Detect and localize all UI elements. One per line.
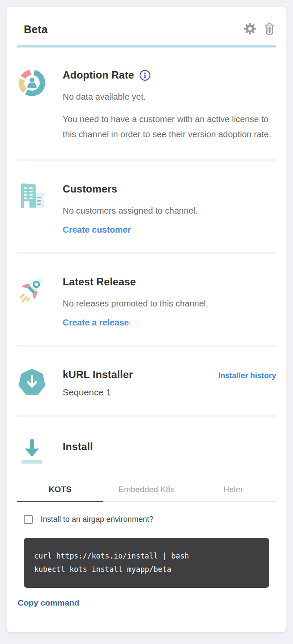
- heptagon-download-icon: [17, 367, 47, 398]
- section-latest-release: Latest Release No releases promoted to t…: [6, 254, 287, 345]
- release-empty-text: No releases promoted to this channel.: [63, 296, 276, 311]
- download-icon: [17, 436, 47, 467]
- card-header: Beta: [6, 19, 287, 37]
- adoption-donut-icon: [17, 67, 47, 98]
- trash-icon: [264, 22, 275, 37]
- airgap-row: Install to an airgap environment?: [17, 515, 276, 524]
- installer-sequence: Sequence 1: [63, 387, 276, 398]
- gear-icon: [243, 22, 257, 37]
- adoption-empty-title: No data available yet.: [63, 89, 276, 104]
- kurl-body: kURL Installer Installer history Sequenc…: [63, 367, 276, 398]
- info-icon[interactable]: [139, 69, 151, 81]
- install-command-code-block: curl https://kots.io/install | bashkubec…: [24, 538, 269, 588]
- header-actions: [243, 22, 275, 37]
- command-line-1: curl https://kots.io/install | bash: [34, 549, 259, 563]
- section-install: Install KOTS Embedded K8s Helm Install t…: [6, 417, 287, 608]
- adoption-empty-description: You need to have a customer with an acti…: [63, 112, 276, 142]
- tab-embedded-k8s[interactable]: Embedded K8s: [103, 480, 190, 502]
- channel-card: Beta: [6, 6, 287, 633]
- customers-body: Customers No customers assigned to chann…: [63, 181, 276, 235]
- release-body: Latest Release No releases promoted to t…: [63, 274, 276, 328]
- section-kurl-installer: kURL Installer Installer history Sequenc…: [6, 347, 287, 415]
- section-customers: Customers No customers assigned to chann…: [6, 161, 287, 252]
- create-release-link[interactable]: Create a release: [63, 318, 129, 328]
- channel-title: Beta: [24, 23, 48, 36]
- section-adoption-rate: Adoption Rate No data available yet. You…: [6, 47, 287, 159]
- buildings-icon: [17, 181, 47, 212]
- copy-command-link[interactable]: Copy command: [18, 598, 80, 608]
- tab-kots[interactable]: KOTS: [17, 480, 103, 502]
- latest-release-heading: Latest Release: [63, 276, 136, 288]
- adoption-rate-heading: Adoption Rate: [63, 69, 134, 81]
- command-line-2: kubectl kots install myapp/beta: [34, 563, 259, 576]
- rocket-icon: [17, 274, 47, 305]
- channel-settings-button[interactable]: [243, 22, 257, 37]
- installer-history-link[interactable]: Installer history: [218, 371, 276, 380]
- airgap-checkbox[interactable]: [24, 515, 33, 524]
- install-heading: Install: [63, 441, 93, 453]
- create-customer-link[interactable]: Create customer: [63, 225, 131, 235]
- adoption-body: Adoption Rate No data available yet. You…: [63, 67, 276, 142]
- customers-heading: Customers: [63, 183, 117, 195]
- tab-helm[interactable]: Helm: [190, 480, 276, 502]
- install-tabs: KOTS Embedded K8s Helm: [17, 480, 276, 502]
- kurl-installer-heading: kURL Installer: [63, 369, 133, 381]
- delete-channel-button[interactable]: [264, 22, 275, 37]
- customers-empty-text: No customers assigned to channel.: [63, 203, 276, 218]
- airgap-label[interactable]: Install to an airgap environment?: [41, 515, 153, 524]
